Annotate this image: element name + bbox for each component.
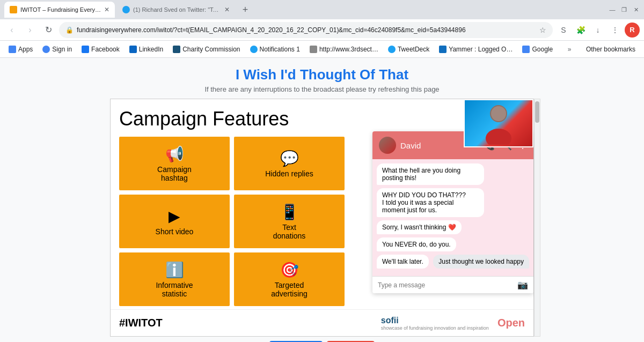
campaign-hashtag-label: Campaignhashtag: [157, 165, 192, 182]
tab-close-twitter[interactable]: ✕: [224, 6, 230, 13]
reload-button[interactable]: ↻: [41, 23, 56, 38]
address-bar: ‹ › ↻ 🔒 fundraisingeverywhere.com/iwitot…: [0, 19, 644, 41]
scrollbar-thumb[interactable]: [535, 101, 539, 123]
sofii-tagline: showcase of fundraising innovation and i…: [381, 325, 489, 331]
profile-avatar[interactable]: R: [625, 23, 640, 38]
downloads-icon[interactable]: ↓: [590, 23, 605, 38]
chat-overlay: David 📞 🔍 ⋮ What the hell are you doing …: [372, 131, 533, 293]
tab-title-twitter: (1) Richard Sved on Twitter: "To h…: [133, 6, 221, 13]
skype-icon[interactable]: S: [556, 23, 571, 38]
feature-campaign-hashtag: 📢 Campaignhashtag: [119, 137, 230, 190]
maximize-button[interactable]: ❐: [620, 6, 628, 13]
toolbar-icons: S 🧩 ↓ ⋮ R: [556, 23, 640, 38]
tweetdeck-favicon: [388, 46, 396, 53]
window-controls: — ❐ ✕: [609, 6, 640, 13]
bookmark-tweetdeck-label: TweetDeck: [398, 46, 429, 53]
message-bubble-6: We'll talk later.: [377, 255, 429, 269]
chat-message-1: What the hell are you doing posting this…: [377, 163, 529, 185]
bookmark-google[interactable]: Google: [518, 43, 557, 55]
other-bookmarks[interactable]: Other bookmarks: [582, 43, 640, 55]
bookmark-yammer[interactable]: Yammer : Logged O…: [435, 43, 517, 55]
message-bubble-5: Just thought we looked happy: [433, 255, 529, 269]
bookmark-linkedin-label: LinkedIn: [139, 46, 163, 53]
chat-input-area: 📷: [372, 276, 533, 293]
slide-container: Campaign Features 📢 Campaignhashtag 💬 Hi…: [110, 99, 534, 337]
bookmark-apps[interactable]: Apps: [4, 43, 37, 55]
targeted-advertising-icon: 🎯: [280, 261, 299, 279]
campaign-hashtag-icon: 📢: [165, 145, 184, 163]
tab-twitter[interactable]: (1) Richard Sved on Twitter: "To h… ✕: [117, 2, 235, 18]
svg-point-2: [491, 106, 506, 121]
chat-avatar-image: [379, 137, 396, 154]
feature-informative-statistic: ℹ️ Informativestatistic: [119, 252, 230, 306]
twitter-favicon: [250, 46, 258, 53]
chat-message-3: Sorry, I wasn't thinking ❤️: [377, 220, 529, 234]
feature-text-donations: 📱 Textdonations: [234, 195, 345, 248]
main-content: I Wish I'd Thought Of That If there are …: [0, 58, 644, 342]
features-grid: 📢 Campaignhashtag 💬 Hidden replies ▶ Sho…: [119, 137, 345, 306]
tab-iwitot[interactable]: IWITOT – Fundraising Every… ✕: [4, 2, 115, 18]
informative-statistic-icon: ℹ️: [165, 261, 184, 279]
new-tab-button[interactable]: +: [237, 2, 253, 18]
url-text: fundraisingeverywhere.com/iwitot/?ct=t(E…: [77, 26, 536, 34]
google-favicon: [522, 46, 530, 53]
bookmark-3rdsect-label: http://www.3rdsect…: [319, 46, 378, 53]
settings-icon[interactable]: ⋮: [608, 23, 623, 38]
bookmark-facebook-label: Facebook: [91, 46, 120, 53]
chat-contact-avatar: [379, 137, 396, 154]
charity-favicon: [173, 46, 180, 53]
scrollbar[interactable]: [534, 99, 540, 337]
other-bookmarks-label: Other bookmarks: [586, 46, 635, 53]
bookmark-charity[interactable]: Charity Commission: [169, 43, 244, 55]
camera-icon[interactable]: 📷: [517, 280, 528, 290]
apps-favicon: [9, 46, 16, 53]
bookmark-3rdsect[interactable]: http://www.3rdsect…: [305, 43, 383, 55]
short-video-icon: ▶: [169, 207, 180, 225]
short-video-label: Short video: [156, 227, 194, 236]
chat-input-field[interactable]: [378, 281, 517, 289]
linkedin-favicon: [129, 46, 137, 53]
bookmark-charity-label: Charity Commission: [182, 46, 240, 53]
hidden-replies-icon: 💬: [280, 150, 299, 167]
message-bubble-3: Sorry, I wasn't thinking ❤️: [377, 220, 462, 234]
webcam-box: [464, 99, 533, 147]
more-bookmarks[interactable]: »: [565, 43, 575, 55]
bookmark-tweetdeck[interactable]: TweetDeck: [384, 43, 434, 55]
facebook-favicon: [82, 46, 89, 53]
tab-title-iwitot: IWITOT – Fundraising Every…: [20, 6, 101, 13]
bookmark-yammer-label: Yammer : Logged O…: [449, 46, 513, 53]
hashtag-label: #IWITOT: [119, 317, 163, 329]
sofii-branding: sofii showcase of fundraising innovation…: [381, 316, 489, 331]
tab-favicon-twitter: [122, 6, 130, 13]
text-donations-icon: 📱: [280, 203, 299, 221]
bookmark-star-icon[interactable]: ☆: [539, 26, 546, 34]
bookmarks-bar: Apps Sign in Facebook LinkedIn Charity C…: [0, 41, 644, 58]
message-bubble-2: WHY DID YOU DO THAT???I told you it was …: [377, 188, 484, 217]
chat-message-4: You NEVER do, do you.: [377, 237, 529, 251]
extensions-icon[interactable]: 🧩: [573, 23, 588, 38]
bookmark-apps-label: Apps: [18, 46, 33, 53]
title-bar: IWITOT – Fundraising Every… ✕ (1) Richar…: [0, 0, 644, 19]
bottom-logos: sofii showcase of fundraising innovation…: [381, 316, 525, 331]
url-bar[interactable]: 🔒 fundraisingeverywhere.com/iwitot/?ct=t…: [59, 22, 553, 38]
slide-bottom-bar: #IWITOT sofii showcase of fundraising in…: [111, 309, 533, 336]
page-title: I Wish I'd Thought Of That: [236, 66, 408, 83]
3rdsect-favicon: [310, 46, 317, 53]
bookmark-notifications[interactable]: Notifications 1: [246, 43, 304, 55]
signin-favicon: [42, 46, 50, 53]
yammer-favicon: [439, 46, 447, 53]
close-button[interactable]: ✕: [632, 6, 640, 13]
targeted-advertising-label: Targetedadvertising: [271, 281, 308, 298]
tab-close-iwitot[interactable]: ✕: [104, 6, 109, 13]
back-button[interactable]: ‹: [4, 23, 19, 38]
url-actions: ☆: [539, 26, 546, 34]
bookmark-linkedin[interactable]: LinkedIn: [125, 43, 167, 55]
forward-button[interactable]: ›: [23, 23, 38, 38]
minimize-button[interactable]: —: [609, 6, 616, 13]
chat-message-2: WHY DID YOU DO THAT???I told you it was …: [377, 188, 529, 217]
bookmark-signin[interactable]: Sign in: [38, 43, 76, 55]
tab-favicon-iwitot: [10, 6, 17, 13]
page-subtitle: If there are any interruptions to the br…: [204, 85, 439, 93]
bookmark-facebook[interactable]: Facebook: [77, 43, 124, 55]
hidden-replies-label: Hidden replies: [265, 169, 313, 178]
